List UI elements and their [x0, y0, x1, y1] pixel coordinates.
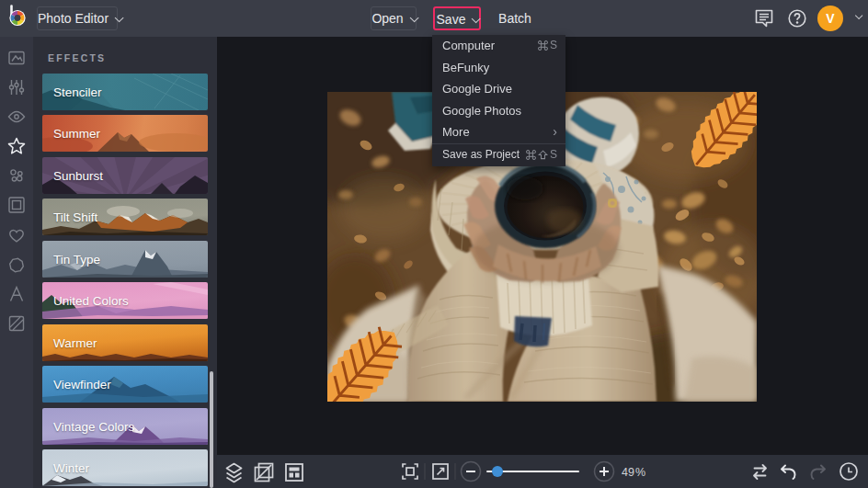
svg-text:49 %: 49 % — [622, 466, 645, 479]
